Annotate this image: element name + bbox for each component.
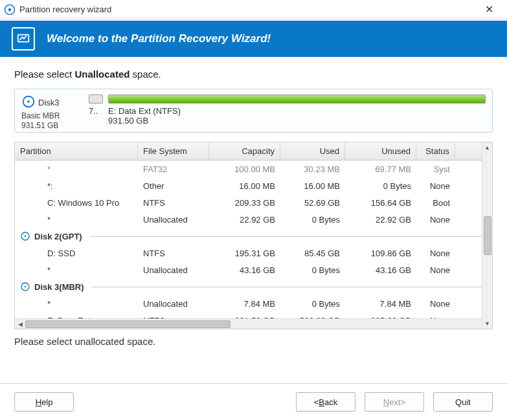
cell-unused: 109.86 GB — [345, 249, 416, 258]
cell-status: Boot — [416, 198, 455, 208]
cell-filesystem: Unallocated — [138, 265, 209, 275]
svg-point-1 — [8, 8, 12, 11]
table-row[interactable]: E: Data ExtNTFS931.50 GB536.23 GB395.28 … — [15, 312, 492, 318]
cell-partition: C: Windows 10 Pro — [15, 198, 138, 208]
cell-status: None — [416, 316, 455, 319]
cell-status: None — [416, 215, 455, 225]
cell-used: 0 Bytes — [280, 299, 345, 309]
instruction-prefix: Please select — [14, 69, 74, 80]
cell-capacity: 7.84 MB — [209, 299, 280, 309]
cell-used: 0 Bytes — [280, 265, 345, 275]
banner: Welcome to the Partition Recovery Wizard… — [0, 21, 507, 57]
cell-filesystem: Other — [138, 181, 209, 191]
svg-point-8 — [25, 286, 27, 288]
segment-small[interactable]: 7.. — [89, 94, 103, 127]
cell-partition: * — [15, 299, 138, 309]
cell-partition: * — [15, 215, 138, 225]
disk-group-row[interactable]: Disk 2(GPT) — [15, 228, 492, 245]
col-filesystem[interactable]: File System — [138, 142, 209, 160]
cell-unused: 69.77 MB — [345, 164, 416, 174]
banner-text: Welcome to the Partition Recovery Wizard… — [47, 32, 271, 45]
cell-capacity: 22.92 GB — [209, 215, 280, 225]
scroll-down-icon[interactable]: ▼ — [483, 318, 492, 329]
cell-capacity: 100.00 MB — [209, 164, 280, 174]
col-unused[interactable]: Unused — [345, 142, 416, 160]
segment-main[interactable]: E: Data Ext (NTFS) 931.50 GB — [108, 94, 486, 127]
table-row[interactable]: *Unallocated43.16 GB0 Bytes43.16 GBNone — [15, 261, 492, 278]
segment-main-size: 931.50 GB — [108, 116, 486, 126]
cell-filesystem: NTFS — [138, 249, 209, 258]
titlebar: Partition recovery wizard ✕ — [0, 0, 507, 19]
disk-group-row[interactable]: Disk 3(MBR) — [15, 278, 492, 295]
cell-used: 536.23 GB — [280, 316, 345, 319]
cell-status: None — [416, 299, 455, 309]
scroll-thumb-h[interactable] — [25, 320, 231, 328]
instruction-suffix: space. — [130, 69, 161, 80]
instruction-bold: Unallocated — [74, 69, 130, 80]
cell-capacity: 931.50 GB — [209, 316, 280, 319]
cell-partition: D: SSD — [15, 249, 138, 258]
disk-group-icon — [20, 282, 30, 292]
disk-label: Disk3 — [38, 98, 60, 108]
cell-capacity: 43.16 GB — [209, 265, 280, 275]
horizontal-scrollbar[interactable]: ◀ ▶ — [15, 318, 492, 329]
cell-unused: 156.64 GB — [345, 198, 416, 208]
close-button[interactable]: ✕ — [476, 1, 502, 19]
table-row[interactable]: *FAT32100.00 MB30.23 MB69.77 MBSyst — [15, 160, 492, 177]
disk-info: Disk3 Basic MBR 931.51 GB — [21, 94, 84, 127]
wizard-icon — [12, 27, 35, 50]
segment-small-label: 7.. — [89, 106, 103, 116]
cell-status: None — [416, 249, 455, 258]
cell-partition: * — [15, 265, 138, 275]
window-title: Partition recovery wizard — [19, 5, 111, 14]
cell-partition: * — [15, 164, 138, 174]
cell-unused: 43.16 GB — [345, 265, 416, 275]
back-button[interactable]: <Back — [296, 392, 355, 412]
disk-size: 931.51 GB — [21, 121, 84, 131]
cell-filesystem: FAT32 — [138, 164, 209, 174]
scroll-up-icon[interactable]: ▲ — [483, 142, 492, 153]
disk-group-icon — [20, 231, 30, 241]
cell-filesystem: Unallocated — [138, 215, 209, 225]
disk-group-label: Disk 3(MBR) — [34, 282, 84, 292]
col-partition[interactable]: Partition — [15, 142, 138, 160]
cell-used: 30.23 MB — [280, 164, 345, 174]
table-body: *FAT32100.00 MB30.23 MB69.77 MBSyst*:Oth… — [15, 160, 492, 318]
scroll-thumb-v[interactable] — [484, 216, 491, 255]
cell-unused: 0 Bytes — [345, 181, 416, 191]
cell-status: None — [416, 181, 455, 191]
disk-group-label: Disk 2(GPT) — [34, 232, 82, 241]
table-header: Partition File System Capacity Used Unus… — [15, 142, 492, 160]
partition-table: Partition File System Capacity Used Unus… — [14, 142, 493, 329]
table-row[interactable]: *Unallocated7.84 MB0 Bytes7.84 MBNone — [15, 295, 492, 312]
cell-unused: 7.84 MB — [345, 299, 416, 309]
scroll-left-icon[interactable]: ◀ — [15, 320, 25, 329]
hint-text: Please select unallocated space. — [14, 336, 493, 347]
col-status[interactable]: Status — [416, 142, 455, 160]
disk-type: Basic MBR — [21, 111, 84, 121]
cell-capacity: 209.33 GB — [209, 198, 280, 208]
footer: Help <Back Next> Quit — [0, 384, 507, 420]
cell-filesystem: NTFS — [138, 316, 209, 319]
col-capacity[interactable]: Capacity — [209, 142, 280, 160]
disk-map[interactable]: Disk3 Basic MBR 931.51 GB 7.. E: Data Ex… — [14, 89, 493, 133]
cell-used: 52.69 GB — [280, 198, 345, 208]
cell-partition: E: Data Ext — [15, 316, 138, 319]
svg-point-6 — [25, 236, 27, 238]
table-row[interactable]: *Unallocated22.92 GB0 Bytes22.92 GBNone — [15, 211, 492, 228]
col-used[interactable]: Used — [280, 142, 345, 160]
vertical-scrollbar[interactable]: ▲ ▼ — [482, 142, 492, 329]
help-button[interactable]: Help — [14, 392, 74, 412]
cell-partition: *: — [15, 181, 138, 191]
next-button[interactable]: Next> — [365, 392, 424, 412]
cell-filesystem: Unallocated — [138, 299, 209, 309]
cell-unused: 395.28 GB — [345, 316, 416, 319]
quit-button[interactable]: Quit — [433, 392, 493, 412]
cell-used: 85.45 GB — [280, 249, 345, 258]
cell-status: None — [416, 265, 455, 275]
cell-filesystem: NTFS — [138, 198, 209, 208]
table-row[interactable]: *:Other16.00 MB16.00 MB0 BytesNone — [15, 177, 492, 194]
cell-unused: 22.92 GB — [345, 215, 416, 225]
table-row[interactable]: D: SSDNTFS195.31 GB85.45 GB109.86 GBNone — [15, 245, 492, 261]
table-row[interactable]: C: Windows 10 ProNTFS209.33 GB52.69 GB15… — [15, 194, 492, 211]
